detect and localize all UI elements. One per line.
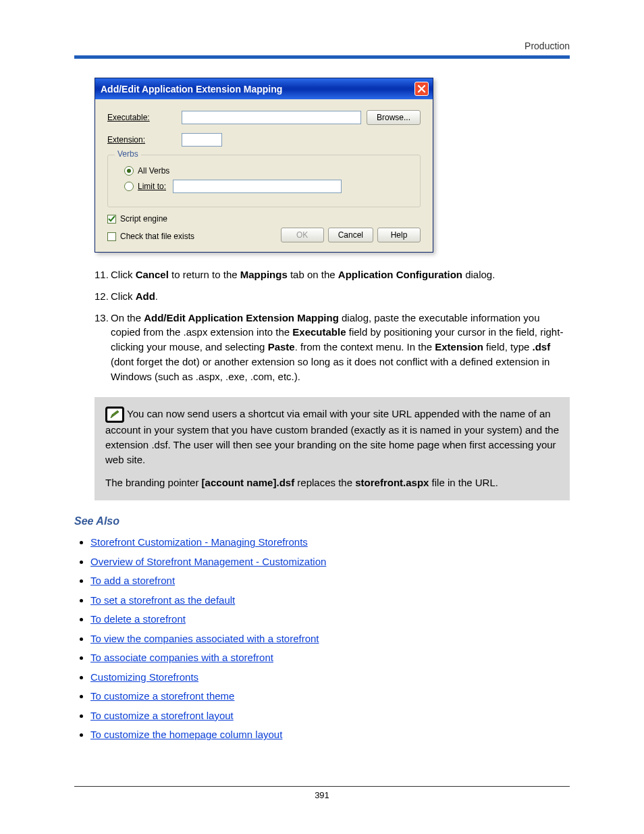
check-file-exists-checkbox[interactable]: Check that file exists xyxy=(107,232,281,241)
list-item: Overview of Storefront Management - Cust… xyxy=(90,552,570,572)
list-item: To add a storefront xyxy=(90,571,570,591)
step-12: 12. Click Add. xyxy=(95,289,570,304)
note-text-1: You can now send users a shortcut via em… xyxy=(105,408,559,465)
list-item: To view the companies associated with a … xyxy=(90,629,570,649)
link-view-companies[interactable]: To view the companies associated with a … xyxy=(90,633,319,644)
link-set-storefront-default[interactable]: To set a storefront as the default xyxy=(90,594,235,606)
help-button[interactable]: Help xyxy=(377,228,421,242)
step-13: 13. On the Add/Edit Application Extensio… xyxy=(95,311,570,384)
link-add-storefront[interactable]: To add a storefront xyxy=(90,575,175,586)
verbs-legend: Verbs xyxy=(115,149,141,159)
executable-input[interactable] xyxy=(182,111,361,124)
radio-icon xyxy=(124,166,134,176)
step-11: 11. Click Cancel to return to the Mappin… xyxy=(95,267,570,282)
list-item: To delete a storefront xyxy=(90,610,570,629)
link-customize-homepage-column[interactable]: To customize the homepage column layout xyxy=(90,729,282,740)
link-customize-theme[interactable]: To customize a storefront theme xyxy=(90,690,234,702)
limit-to-radio[interactable]: Limit to: xyxy=(124,180,410,193)
executable-label: Executable: xyxy=(107,113,182,122)
instruction-list: 11. Click Cancel to return to the Mappin… xyxy=(74,267,570,384)
extension-input[interactable] xyxy=(182,133,222,147)
note-box: You can now send users a shortcut via em… xyxy=(95,397,570,500)
list-item: To customize a storefront theme xyxy=(90,687,570,706)
ok-button[interactable]: OK xyxy=(281,228,324,242)
cancel-button[interactable]: Cancel xyxy=(328,228,373,242)
check-file-exists-label: Check that file exists xyxy=(120,232,194,241)
link-overview-storefront-mgmt[interactable]: Overview of Storefront Management - Cust… xyxy=(90,556,326,567)
link-associate-companies[interactable]: To associate companies with a storefront xyxy=(90,652,273,663)
checkbox-icon xyxy=(107,232,116,241)
step-number: 13. xyxy=(95,311,111,384)
list-item: To set a storefront as the default xyxy=(90,591,570,610)
list-item: Storefront Customization - Managing Stor… xyxy=(90,533,570,552)
all-verbs-label: All Verbs xyxy=(138,166,169,176)
dialog-title: Add/Edit Application Extension Mapping xyxy=(101,84,282,95)
link-customizing-storefronts[interactable]: Customizing Storefronts xyxy=(90,671,198,683)
link-delete-storefront[interactable]: To delete a storefront xyxy=(90,613,186,625)
browse-button[interactable]: Browse... xyxy=(367,110,421,125)
list-item: To customize a storefront layout xyxy=(90,706,570,726)
list-item: Customizing Storefronts xyxy=(90,668,570,687)
see-also-list: Storefront Customization - Managing Stor… xyxy=(77,533,570,745)
pencil-icon xyxy=(105,407,124,423)
step-number: 12. xyxy=(95,289,111,304)
limit-to-input[interactable] xyxy=(173,180,342,193)
see-also-heading: See Also xyxy=(74,515,570,527)
script-engine-checkbox[interactable]: Script engine xyxy=(107,214,421,224)
extension-label: Extension: xyxy=(107,135,182,145)
link-storefront-customization[interactable]: Storefront Customization - Managing Stor… xyxy=(90,536,308,548)
list-item: To customize the homepage column layout xyxy=(90,725,570,745)
step-number: 11. xyxy=(95,267,111,282)
list-item: To associate companies with a storefront xyxy=(90,648,570,668)
radio-icon xyxy=(124,182,134,191)
limit-to-label: Limit to: xyxy=(138,182,166,191)
app-extension-mapping-dialog: Add/Edit Application Extension Mapping E… xyxy=(95,78,433,253)
header-rule xyxy=(74,55,570,59)
header-section: Production xyxy=(525,41,570,51)
script-engine-label: Script engine xyxy=(120,214,167,224)
note-text-2: The branding pointer [account name].dsf … xyxy=(105,475,559,490)
link-customize-layout[interactable]: To customize a storefront layout xyxy=(90,710,234,721)
verbs-fieldset: Verbs All Verbs Limit to: xyxy=(107,155,421,207)
page-number: 391 xyxy=(0,790,644,800)
dialog-titlebar[interactable]: Add/Edit Application Extension Mapping xyxy=(95,78,433,99)
all-verbs-radio[interactable]: All Verbs xyxy=(124,166,410,176)
footer-rule xyxy=(74,786,570,787)
checkbox-icon xyxy=(107,215,116,224)
close-icon[interactable] xyxy=(414,82,429,96)
